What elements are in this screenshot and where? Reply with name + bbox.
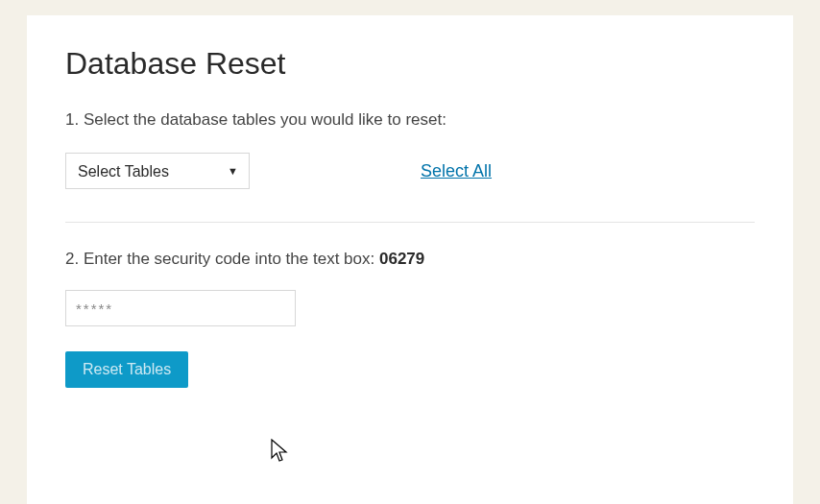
step-1-row: Select Tables ▼ Select All (65, 153, 755, 189)
table-select-wrapper: Select Tables ▼ (65, 153, 250, 189)
divider (65, 222, 755, 223)
security-code-input[interactable] (65, 290, 296, 326)
step-2-label-text: 2. Enter the security code into the text… (65, 250, 379, 268)
table-select[interactable]: Select Tables (65, 153, 250, 189)
step-2-label: 2. Enter the security code into the text… (65, 250, 755, 269)
main-panel: Database Reset 1. Select the database ta… (27, 15, 793, 504)
step-1-label: 1. Select the database tables you would … (65, 110, 755, 130)
page-title: Database Reset (65, 46, 755, 82)
security-code-value: 06279 (379, 250, 424, 268)
reset-tables-button[interactable]: Reset Tables (65, 351, 188, 388)
select-all-link[interactable]: Select All (421, 161, 492, 181)
